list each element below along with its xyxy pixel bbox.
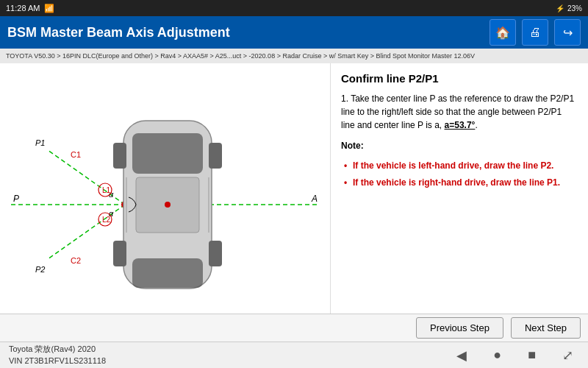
header: BSM Master Beam Axis Adjustment 🏠 🖨 ↪ <box>0 16 588 49</box>
vin-number: VIN 2T3B1RFV1LS231118 <box>9 355 106 367</box>
svg-rect-23 <box>113 143 126 169</box>
text-panel: Confirm line P2/P1 1. Take the center li… <box>331 63 588 314</box>
svg-rect-24 <box>209 143 222 169</box>
svg-rect-26 <box>209 241 222 266</box>
square-nav-button[interactable]: ■ <box>522 347 542 364</box>
diagram-svg: P A C1 P1 C2 P2 α α L1 L2 <box>0 63 331 314</box>
instruction-text: 1. Take the center line P as the referen… <box>341 92 578 132</box>
svg-text:P2: P2 <box>35 265 45 274</box>
svg-text:C2: C2 <box>71 256 81 265</box>
svg-text:A: A <box>311 194 318 204</box>
exit-button[interactable]: ↪ <box>554 19 581 46</box>
svg-text:L2: L2 <box>102 216 111 224</box>
print-button[interactable]: 🖨 <box>522 19 548 46</box>
expand-nav-button[interactable]: ⤢ <box>556 347 579 364</box>
battery-display: 23% <box>567 4 582 13</box>
svg-text:P: P <box>13 194 19 204</box>
svg-point-27 <box>165 202 171 208</box>
signal-icon: 📶 <box>44 4 54 13</box>
svg-text:P1: P1 <box>35 138 45 147</box>
home-nav-button[interactable]: ● <box>487 347 507 364</box>
next-step-button[interactable]: Next Step <box>511 317 581 339</box>
car-model: Toyota 荣放(Rav4) 2020 <box>9 344 106 355</box>
angle-value: a=53.7° <box>445 120 476 130</box>
main-content: P A C1 P1 C2 P2 α α L1 L2 <box>0 63 588 314</box>
bluetooth-icon: ⚡ <box>556 4 564 13</box>
svg-text:L1: L1 <box>102 186 111 194</box>
footer: Toyota 荣放(Rav4) 2020 VIN 2T3B1RFV1LS2311… <box>0 342 588 368</box>
home-button[interactable]: 🏠 <box>490 19 516 46</box>
diagram-panel: P A C1 P1 C2 P2 α α L1 L2 <box>0 63 331 314</box>
breadcrumb: TOYOTA V50.30 > 16PIN DLC(Europe and Oth… <box>0 49 588 63</box>
page-title: BSM Master Beam Axis Adjustment <box>7 25 230 40</box>
back-nav-button[interactable]: ◀ <box>451 347 473 364</box>
previous-step-button[interactable]: Previous Step <box>416 317 503 339</box>
svg-rect-18 <box>132 133 203 174</box>
note-label: Note: <box>341 139 578 152</box>
svg-rect-25 <box>113 241 126 266</box>
note-item-1: If the vehicle is left-hand drive, draw … <box>341 160 578 172</box>
section-title: Confirm line P2/P1 <box>341 72 578 85</box>
bottom-bar: Previous Step Next Step <box>0 314 588 342</box>
time-display: 11:28 AM <box>6 4 40 13</box>
note-list: If the vehicle is left-hand drive, draw … <box>341 160 578 189</box>
footer-nav: ◀ ● ■ ⤢ <box>451 347 579 364</box>
status-bar: 11:28 AM 📶 ⚡ 23% <box>0 0 588 16</box>
svg-rect-19 <box>132 258 203 288</box>
note-item-2: If the vehicle is right-hand drive, draw… <box>341 177 578 189</box>
svg-text:C1: C1 <box>71 150 81 159</box>
